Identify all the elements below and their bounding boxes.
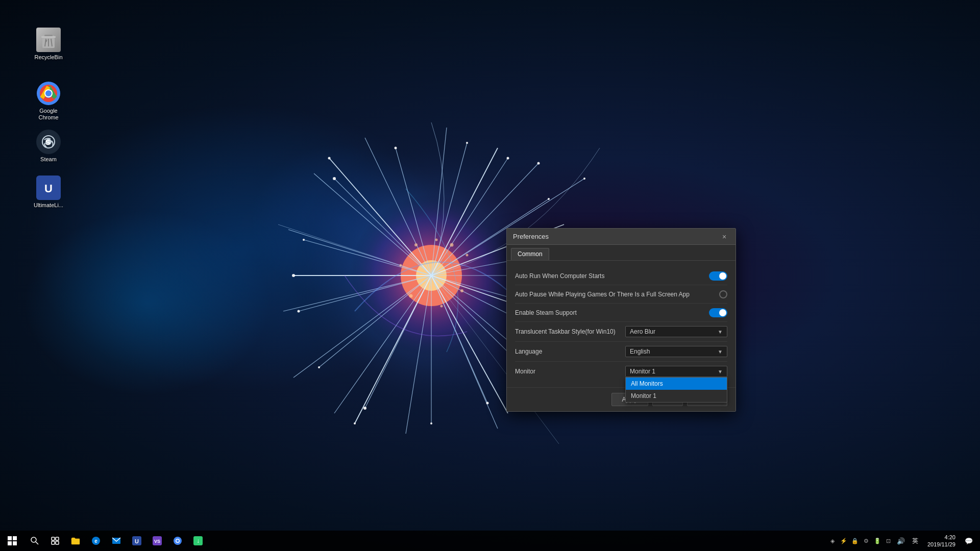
svg-rect-91 (56, 541, 59, 544)
tray-icon-6[interactable]: ⊡ (884, 531, 894, 551)
svg-point-48 (297, 310, 300, 313)
language-value: English (630, 348, 714, 355)
auto-run-label: Auto Run When Computer Starts (515, 272, 709, 280)
svg-point-45 (430, 422, 432, 424)
clock-time: 4:20 (927, 534, 955, 541)
pref-row-steam-support: Enable Steam Support (515, 304, 727, 322)
taskbar-downloads-button[interactable]: ↓ (188, 531, 208, 551)
svg-point-63 (409, 294, 412, 298)
svg-point-52 (466, 142, 468, 144)
chrome-label: Google Chrome (30, 108, 67, 121)
svg-point-56 (354, 422, 356, 424)
svg-text:S: S (45, 138, 50, 146)
windows-icon (7, 536, 17, 546)
svg-rect-84 (8, 541, 12, 545)
tray-icon-5[interactable]: 🔋 (872, 531, 883, 551)
taskbar-style-dropdown[interactable]: Aero Blur ▼ (625, 326, 727, 337)
svg-point-102 (177, 540, 179, 542)
taskbar-style-label: Translucent Taskbar Style(for Win10) (515, 328, 625, 335)
dialog-title: Preferences (513, 233, 549, 240)
dialog-close-button[interactable]: × (719, 232, 729, 242)
desktop-icon-steam[interactable]: S Steam (28, 128, 69, 165)
steam-label: Steam (40, 156, 57, 163)
tray-icon-1[interactable]: ◈ (827, 531, 838, 551)
svg-point-54 (583, 178, 585, 180)
chrome-icon (36, 81, 61, 106)
recycle-bin-label: RecycleBin (34, 54, 62, 61)
dialog-titlebar: Preferences × (507, 229, 736, 245)
monitor-dropdown-wrapper: Monitor 1 ▼ All Monitors Monitor 1 (625, 366, 727, 377)
svg-point-60 (465, 254, 468, 257)
taskbar-search-button[interactable] (24, 531, 45, 551)
desktop-icon-recycle-bin[interactable]: RecycleBin (28, 26, 69, 63)
notification-button[interactable]: 💬 (962, 531, 976, 551)
chrome-taskbar-icon (173, 536, 182, 545)
desktop-icon-ultimateli[interactable]: U UltimateLi... (28, 173, 69, 211)
svg-rect-82 (8, 536, 12, 540)
monitor-dropdown[interactable]: Monitor 1 ▼ (625, 366, 727, 377)
taskbar-mail-button[interactable] (106, 531, 127, 551)
taskview-icon (51, 537, 59, 545)
taskbar-vs-button[interactable]: VS (147, 531, 167, 551)
taskbar-chrome-button[interactable] (167, 531, 188, 551)
steam-support-label: Enable Steam Support (515, 309, 709, 316)
svg-point-65 (414, 243, 418, 246)
desktop-icon-chrome[interactable]: Google Chrome (28, 79, 69, 123)
input-lang-button[interactable]: 英 (909, 531, 921, 551)
clock-date: 2019/11/29 (927, 541, 955, 548)
downloads-icon: ↓ (193, 536, 203, 545)
svg-point-47 (318, 366, 320, 368)
tray-icon-3[interactable]: 🔒 (850, 531, 860, 551)
steam-support-toggle[interactable] (709, 308, 727, 317)
svg-text:U: U (135, 538, 139, 544)
svg-point-86 (31, 537, 36, 542)
pref-row-auto-run: Auto Run When Computer Starts (515, 267, 727, 285)
dialog-tabs: Common (507, 245, 736, 261)
svg-text:VS: VS (154, 539, 160, 544)
monitor-option-all[interactable]: All Monitors (626, 378, 727, 390)
ultimateli-icon: U (36, 176, 61, 200)
start-button[interactable] (0, 531, 24, 551)
svg-point-66 (435, 239, 437, 241)
taskbar-style-value: Aero Blur (630, 328, 714, 335)
tab-common[interactable]: Common (511, 248, 549, 260)
svg-point-58 (328, 157, 330, 160)
explorer-icon (71, 537, 80, 545)
svg-text:↓: ↓ (197, 537, 200, 544)
monitor-arrow: ▼ (718, 369, 723, 374)
svg-point-61 (460, 289, 463, 292)
monitor-option-1[interactable]: Monitor 1 (626, 390, 727, 402)
svg-line-87 (36, 542, 38, 544)
svg-point-49 (303, 239, 305, 241)
taskbar-style-arrow: ▼ (718, 329, 723, 335)
monitor-label: Monitor (515, 368, 625, 375)
tray-icon-4[interactable]: ⚙ (861, 531, 871, 551)
svg-point-59 (450, 243, 453, 247)
svg-point-53 (537, 162, 540, 165)
pref-row-language: Language English ▼ (515, 342, 727, 362)
taskbar-taskview-button[interactable] (45, 531, 65, 551)
svg-point-40 (548, 198, 550, 200)
mail-icon (112, 537, 121, 544)
svg-point-51 (394, 147, 397, 149)
desktop: RecycleBin Google Chrome (0, 0, 980, 551)
language-dropdown[interactable]: English ▼ (625, 346, 727, 357)
taskbar-app-icons: e U VS (24, 531, 208, 551)
auto-run-toggle[interactable] (709, 271, 727, 281)
taskbar-explorer-button[interactable] (65, 531, 86, 551)
ultimateli-taskbar-icon: U (132, 536, 141, 545)
recycle-bin-icon (36, 28, 61, 52)
pref-row-auto-pause: Auto Pause While Playing Games Or There … (515, 285, 727, 304)
taskbar: e U VS (0, 531, 980, 551)
tray-icon-2[interactable]: ⚡ (839, 531, 849, 551)
taskbar-edge-button[interactable]: e (86, 531, 106, 551)
language-label: Language (515, 348, 625, 355)
monitor-value: Monitor 1 (630, 368, 714, 375)
auto-pause-radio[interactable] (719, 290, 727, 298)
search-icon (31, 537, 39, 545)
taskbar-ultimateli-button[interactable]: U (127, 531, 147, 551)
edge-icon: e (91, 536, 101, 545)
svg-point-39 (506, 157, 509, 160)
taskbar-clock[interactable]: 4:20 2019/11/29 (923, 534, 960, 548)
volume-icon[interactable]: 🔊 (895, 531, 907, 551)
